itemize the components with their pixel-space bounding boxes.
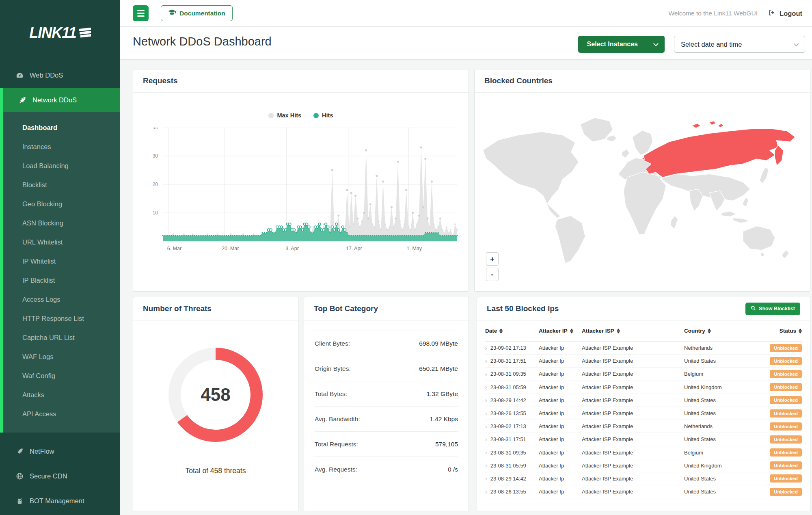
row-expand-icon[interactable]: › — [485, 345, 487, 351]
table-row[interactable]: ›23-08-29 14:42Attacker IpAttacker ISP E… — [485, 394, 802, 407]
row-expand-icon[interactable]: › — [485, 410, 487, 417]
sidebar-subitem-instances[interactable]: Instances — [3, 137, 120, 156]
table-row[interactable]: ›23-08-31 17:51Attacker IpAttacker ISP E… — [485, 355, 802, 368]
row-expand-icon[interactable]: › — [485, 489, 487, 495]
threats-card: Number of Threats 458 Total of 458 threa… — [133, 297, 298, 511]
stat-value: 0 /s — [448, 466, 458, 473]
svg-text:30: 30 — [153, 153, 158, 159]
sidebar-subitem-load-balancing[interactable]: Load Balancing — [3, 156, 120, 175]
welcome-text: Welcome to the Link11 WebGUI — [668, 10, 758, 17]
status-badge[interactable]: Unblocked — [770, 409, 802, 418]
sidebar-subitem-http-response-list[interactable]: HTTP Response List — [3, 309, 120, 328]
sidebar-subitem-ip-whitelist[interactable]: IP Whitelist — [3, 252, 120, 271]
status-badge[interactable]: Unblocked — [770, 474, 802, 483]
row-expand-icon[interactable]: › — [485, 397, 487, 403]
row-expand-icon[interactable]: › — [485, 358, 487, 364]
world-map[interactable]: + - — [475, 93, 810, 292]
sidebar-item-bot-management[interactable]: BOT Management — [0, 489, 120, 513]
row-expand-icon[interactable]: › — [485, 384, 487, 390]
cell-date: 23-08-31 05:59 — [490, 384, 526, 390]
stat-value: 698.09 MByte — [419, 340, 458, 347]
documentation-button[interactable]: Documentation — [161, 5, 233, 21]
sidebar-subitem-waf-logs[interactable]: WAF Logs — [3, 347, 120, 366]
table-row[interactable]: ›23-08-26 13:55Attacker IpAttacker ISP E… — [485, 407, 802, 420]
cell-country: Netherlands — [684, 423, 763, 429]
column-header-attacker-ip[interactable]: Attacker IP — [539, 328, 582, 334]
row-expand-icon[interactable]: › — [485, 475, 487, 482]
map-zoom-in-button[interactable]: + — [486, 252, 499, 266]
status-badge[interactable]: Unblocked — [770, 344, 802, 352]
stat-value: 650.21 MByte — [419, 365, 458, 372]
legend-max-hits[interactable]: Max Hits — [268, 112, 301, 119]
select-instances-button[interactable]: Select Instances — [578, 36, 665, 53]
row-expand-icon[interactable]: › — [485, 423, 487, 430]
cell-attacker-ip: Attacker Ip — [539, 476, 582, 482]
sidebar-subitem-api-access[interactable]: API Access — [3, 405, 120, 424]
sidebar-item-secure-cdn[interactable]: Secure CDN — [0, 464, 120, 489]
sidebar-subitem-access-logs[interactable]: Access Logs — [3, 290, 120, 309]
sidebar-subitem-dashboard[interactable]: Dashboard — [3, 118, 120, 137]
column-header-country[interactable]: Country — [684, 328, 763, 334]
sidebar-subitem-waf-config[interactable]: Waf Config — [3, 366, 120, 385]
status-badge[interactable]: Unblocked — [770, 383, 802, 391]
legend-hits[interactable]: Hits — [313, 112, 333, 119]
cell-attacker-isp: Attacker ISP Example — [582, 436, 684, 442]
table-row[interactable]: ›23-08-31 17:51Attacker IpAttacker ISP E… — [485, 433, 802, 446]
top-bot-stats-list: Client Bytes:698.09 MByteOrigin Bytes:65… — [304, 320, 469, 482]
table-row[interactable]: ›23-08-29 14:42Attacker IpAttacker ISP E… — [485, 472, 802, 485]
sidebar-item-netflow[interactable]: NetFlow — [0, 439, 120, 464]
chevron-down-icon[interactable] — [647, 36, 665, 53]
table-row[interactable]: ›23-08-31 09:35Attacker IpAttacker ISP E… — [485, 368, 802, 381]
cell-attacker-ip: Attacker Ip — [539, 345, 582, 351]
logout-button[interactable]: Logout — [768, 9, 802, 18]
row-expand-icon[interactable]: › — [485, 462, 487, 469]
sidebar-item-secure-dns[interactable]: Secure DNS — [0, 513, 120, 515]
map-country-russia — [642, 121, 795, 177]
table-body: ›23-09-02 17:13Attacker IpAttacker ISP E… — [485, 342, 802, 498]
sidebar-toggle-button[interactable] — [133, 5, 149, 21]
globe-icon — [15, 472, 24, 480]
row-expand-icon[interactable]: › — [485, 449, 487, 456]
sidebar-subitem-url-whitelist[interactable]: URL Whitelist — [3, 233, 120, 252]
cell-country: Belgium — [684, 450, 763, 456]
sidebar-subitem-geo-blocking[interactable]: Geo Blocking — [3, 195, 120, 214]
table-row[interactable]: ›23-09-02 17:13Attacker IpAttacker ISP E… — [485, 342, 802, 355]
top-bot-category-card: Top Bot Category Client Bytes:698.09 MBy… — [304, 297, 469, 511]
stat-row-avg-requests-: Avg. Requests:0 /s — [315, 457, 458, 482]
status-badge[interactable]: Unblocked — [770, 357, 802, 365]
cell-attacker-ip: Attacker Ip — [539, 384, 582, 390]
sidebar-subitem-asn-blocking[interactable]: ASN Blocking — [3, 214, 120, 233]
map-zoom-out-button[interactable]: - — [486, 268, 499, 281]
status-badge[interactable]: Unblocked — [770, 435, 802, 444]
row-expand-icon[interactable]: › — [485, 436, 487, 443]
status-badge[interactable]: Unblocked — [770, 396, 802, 404]
column-header-date[interactable]: Date — [485, 328, 539, 334]
table-row[interactable]: ›23-08-31 09:35Attacker IpAttacker ISP E… — [485, 446, 802, 459]
cell-date: 23-09-02 17:13 — [490, 345, 526, 351]
table-row[interactable]: ›23-08-31 05:59Attacker IpAttacker ISP E… — [485, 459, 802, 472]
sidebar: LINK11 Web DDoS Network DDoS DashboardIn… — [0, 0, 120, 515]
table-row[interactable]: ›23-08-31 05:59Attacker IpAttacker ISP E… — [485, 381, 802, 394]
date-time-select[interactable]: Select date and time — [674, 36, 805, 53]
table-row[interactable]: ›23-09-02 17:13Attacker IpAttacker ISP E… — [485, 420, 802, 433]
stat-row-total-bytes-: Total Bytes:1.32 GByte — [315, 381, 458, 407]
table-row[interactable]: ›23-08-26 13:55Attacker IpAttacker ISP E… — [485, 485, 802, 498]
cell-attacker-isp: Attacker ISP Example — [582, 371, 684, 377]
status-badge[interactable]: Unblocked — [770, 461, 802, 470]
sidebar-item-network-ddos[interactable]: Network DDoS — [3, 88, 120, 112]
status-badge[interactable]: Unblocked — [770, 422, 802, 431]
show-blocklist-button[interactable]: Show Blocklist — [745, 303, 800, 315]
sidebar-subitem-captcha-url-list[interactable]: Captcha URL List — [3, 328, 120, 347]
status-badge[interactable]: Unblocked — [770, 448, 802, 457]
status-badge[interactable]: Unblocked — [770, 488, 802, 496]
chart-legend: Max Hits Hits — [133, 112, 469, 119]
sidebar-subitem-attacks[interactable]: Attacks — [3, 385, 120, 405]
sidebar-item-web-ddos[interactable]: Web DDoS — [0, 66, 120, 85]
sidebar-subitem-ip-blacklist[interactable]: IP Blacklist — [3, 271, 120, 290]
column-header-status[interactable]: Status — [763, 328, 802, 334]
sidebar-subitem-blocklist[interactable]: Blocklist — [3, 175, 120, 195]
status-badge[interactable]: Unblocked — [770, 370, 802, 378]
column-header-attacker-isp[interactable]: Attacker ISP — [582, 328, 684, 334]
topbar: Documentation Welcome to the Link11 WebG… — [120, 0, 812, 27]
row-expand-icon[interactable]: › — [485, 371, 487, 377]
